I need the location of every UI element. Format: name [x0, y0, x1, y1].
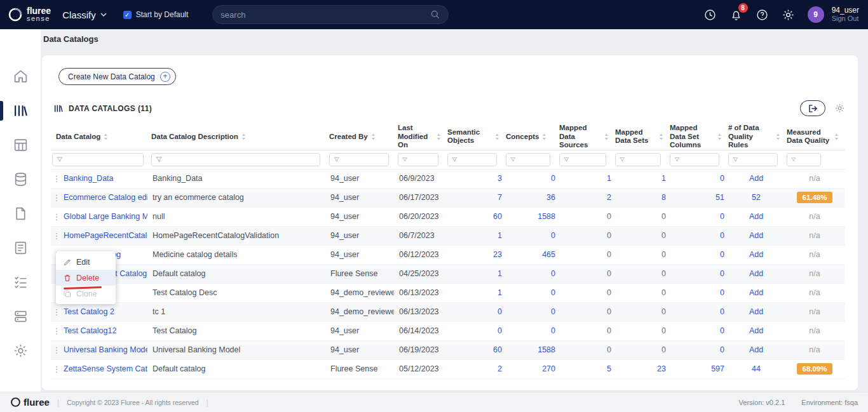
mapped_columns-value[interactable]: 0 [720, 212, 724, 221]
mapped_columns-value[interactable]: 0 [720, 231, 724, 240]
sidebar-item-servers[interactable] [0, 309, 41, 324]
sidebar-item-report[interactable] [0, 240, 41, 256]
semantic_objects-value[interactable]: 2 [498, 364, 502, 373]
concepts-value[interactable]: 1588 [538, 345, 555, 354]
filter-input-semantic_objects[interactable] [461, 156, 492, 163]
concepts-value[interactable]: 270 [542, 364, 555, 373]
concepts-value[interactable]: 0 [551, 269, 555, 278]
concepts-value[interactable]: 36 [546, 193, 555, 202]
search-input[interactable] [220, 10, 430, 20]
concepts-value[interactable]: 0 [551, 307, 555, 316]
concepts-value[interactable]: 0 [551, 326, 555, 335]
sidebar-item-checklist[interactable] [0, 274, 41, 290]
semantic_objects-value[interactable]: 23 [493, 250, 502, 259]
row-menu-button[interactable]: ⋮ [52, 326, 61, 336]
semantic_objects-value[interactable]: 1 [498, 288, 502, 297]
avatar[interactable]: 9 [808, 6, 824, 23]
column-header-semantic_objects[interactable]: Semantic Objects [447, 124, 506, 150]
filter-input-mapped_sources[interactable] [573, 156, 602, 163]
quality-rules-link[interactable]: 52 [752, 193, 761, 202]
column-header-concepts[interactable]: Concepts [506, 124, 559, 150]
mapped_columns-value[interactable]: 0 [720, 345, 724, 354]
quality-rules-link[interactable]: Add [749, 231, 763, 240]
column-header-catalog[interactable]: Data Catalog [51, 124, 151, 150]
quality-rules-link[interactable]: Add [749, 326, 763, 335]
semantic_objects-value[interactable]: 60 [493, 345, 502, 354]
menu-item-edit[interactable]: Edit [56, 254, 116, 270]
row-menu-button[interactable]: ⋮ [52, 193, 61, 203]
mapped_sets-value[interactable]: 23 [657, 364, 666, 373]
sidebar-item-catalogs[interactable] [0, 103, 41, 119]
semantic_objects-value[interactable]: 3 [498, 174, 502, 183]
concepts-value[interactable]: 0 [551, 288, 555, 297]
semantic_objects-value[interactable]: 0 [498, 326, 502, 335]
quality-rules-link[interactable]: Add [749, 307, 763, 316]
mapped_sources-value[interactable]: 5 [607, 364, 611, 373]
mapped_sources-value[interactable]: 1 [607, 174, 611, 183]
concepts-value[interactable]: 0 [551, 231, 555, 240]
settings-button[interactable] [782, 8, 795, 22]
sidebar-item-settings[interactable] [0, 343, 41, 359]
semantic_objects-value[interactable]: 1 [498, 231, 502, 240]
mapped_sources-value[interactable]: 2 [607, 193, 611, 202]
mapped_columns-value[interactable]: 51 [715, 193, 724, 202]
start-by-default[interactable]: ✓ Start by Default [123, 10, 189, 19]
sidebar-item-database[interactable] [0, 171, 41, 187]
semantic_objects-value[interactable]: 7 [498, 193, 502, 202]
semantic_objects-value[interactable]: 1 [498, 269, 502, 278]
catalog-link[interactable]: ZettaSense System Catal [64, 364, 147, 373]
semantic_objects-value[interactable]: 0 [498, 307, 502, 316]
filter-input-mapped_sets[interactable] [628, 156, 656, 163]
catalog-link[interactable]: HomePageRecentCatalog [64, 231, 147, 240]
table-settings-button[interactable] [834, 103, 845, 114]
history-button[interactable] [703, 8, 717, 22]
filter-input-mapped_columns[interactable] [683, 156, 715, 163]
mapped_columns-value[interactable]: 0 [720, 288, 724, 297]
sidebar-item-home[interactable] [0, 69, 41, 84]
sidebar-item-document[interactable] [0, 206, 41, 222]
filter-input-measured_quality[interactable] [799, 156, 817, 163]
row-menu-button[interactable]: ⋮ [52, 364, 61, 374]
catalog-link[interactable]: Banking_Data [64, 174, 147, 183]
concepts-value[interactable]: 465 [542, 250, 555, 259]
column-header-quality_rules[interactable]: # of Data Quality Rules [728, 124, 787, 150]
menu-item-delete[interactable]: Delete [56, 270, 116, 286]
semantic_objects-value[interactable]: 60 [493, 212, 502, 221]
quality-rules-link[interactable]: Add [749, 212, 763, 221]
column-header-mapped_sources[interactable]: Mapped Data Sources [559, 124, 615, 150]
mapped_columns-value[interactable]: 0 [720, 307, 724, 316]
mapped_columns-value[interactable]: 597 [711, 364, 724, 373]
column-header-measured_quality[interactable]: Measured Data Quality [787, 124, 845, 150]
row-menu-button[interactable]: ⋮ [52, 212, 61, 222]
mapped_sets-value[interactable]: 8 [661, 193, 666, 202]
column-header-description[interactable]: Data Catalog Description [151, 124, 329, 150]
concepts-value[interactable]: 1588 [538, 212, 555, 221]
mapped_sets-value[interactable]: 1 [661, 174, 666, 183]
brand-logo[interactable]: fluree sense [8, 7, 51, 22]
column-header-mapped_columns[interactable]: Mapped Data Set Columns [670, 124, 728, 150]
filter-input-last_modified[interactable] [410, 156, 434, 163]
filter-input-created_by[interactable] [342, 156, 384, 163]
quality-rules-link[interactable]: Add [749, 250, 763, 259]
row-menu-button[interactable]: ⋮ [52, 174, 61, 183]
catalog-link[interactable]: Universal Banking Model [64, 345, 147, 354]
row-menu-button[interactable]: ⋮ [52, 345, 61, 355]
concepts-value[interactable]: 0 [551, 174, 555, 183]
start-by-default-checkbox[interactable]: ✓ [123, 11, 132, 19]
filter-input-quality_rules[interactable] [742, 156, 773, 163]
sidebar-item-grid[interactable] [0, 137, 41, 153]
create-new-data-catalog-button[interactable]: Create New Data Catalog + [58, 68, 176, 85]
mapped_columns-value[interactable]: 0 [720, 174, 724, 183]
sign-out-link[interactable]: Sign Out [832, 15, 859, 23]
filter-input-catalog[interactable] [66, 156, 139, 163]
quality-rules-link[interactable]: Add [749, 288, 763, 297]
row-menu-button[interactable]: ⋮ [52, 307, 61, 317]
quality-rules-link[interactable]: Add [749, 345, 763, 354]
catalog-link[interactable]: Test Catalog 2 [64, 307, 147, 316]
module-dropdown[interactable]: Classify [62, 10, 107, 20]
mapped_columns-value[interactable]: 0 [720, 269, 724, 278]
column-header-created_by[interactable]: Created By [329, 124, 398, 150]
catalog-link[interactable]: Global Large Banking Moc [64, 212, 147, 221]
filter-input-concepts[interactable] [519, 156, 546, 163]
notifications-button[interactable]: 8 [729, 8, 743, 22]
